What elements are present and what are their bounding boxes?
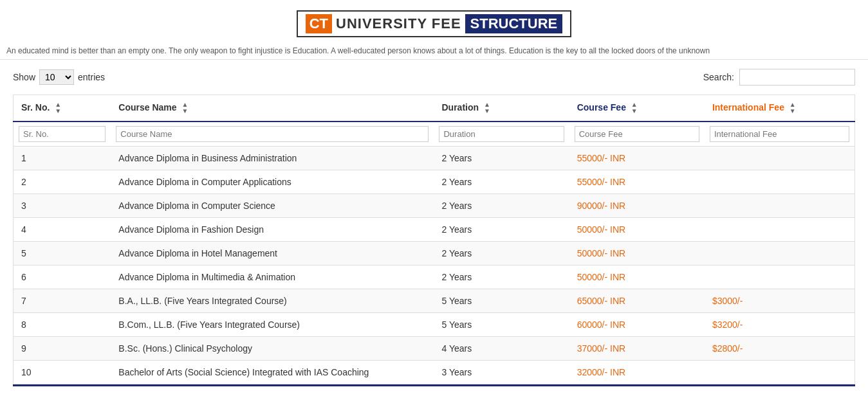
cell-intl xyxy=(705,361,855,384)
cell-fee: 37000/- INR xyxy=(569,337,705,361)
table-row: 10Bachelor of Arts (Social Science) Inte… xyxy=(14,361,855,384)
show-entries-control: Show 10 25 50 100 entries xyxy=(13,69,105,85)
bottom-border xyxy=(13,384,855,386)
table-controls: Show 10 25 50 100 entries Search: xyxy=(0,60,868,94)
cell-duration: 2 Years xyxy=(434,147,569,170)
cell-course: Bachelor of Arts (Social Science) Integr… xyxy=(111,361,434,384)
cell-srno: 5 xyxy=(14,242,111,266)
cell-fee: 55000/- INR xyxy=(569,147,705,170)
cell-intl xyxy=(705,147,855,170)
university-title: CT UNIVERSITY FEE STRUCTURE xyxy=(297,10,572,37)
sort-arrows-course: ▲▼ xyxy=(181,102,188,114)
table-header-row: Sr. No. ▲▼ Course Name ▲▼ Duration ▲▼ Co… xyxy=(14,95,855,122)
cell-duration: 2 Years xyxy=(434,242,569,266)
entries-select[interactable]: 10 25 50 100 xyxy=(39,69,74,85)
table-row: 8B.Com., LL.B. (Five Years Integrated Co… xyxy=(14,313,855,337)
cell-duration: 2 Years xyxy=(434,194,569,218)
cell-srno: 7 xyxy=(14,289,111,313)
cell-intl: $3000/- xyxy=(705,289,855,313)
cell-fee: 55000/- INR xyxy=(569,170,705,194)
cell-srno: 2 xyxy=(14,170,111,194)
filter-cell-srno xyxy=(14,122,111,147)
cell-course: B.A., LL.B. (Five Years Integrated Cours… xyxy=(111,289,434,313)
cell-duration: 4 Years xyxy=(434,337,569,361)
title-part1: UNIVERSITY FEE xyxy=(336,15,461,32)
table-row: 7B.A., LL.B. (Five Years Integrated Cour… xyxy=(14,289,855,313)
cell-intl xyxy=(705,194,855,218)
cell-srno: 9 xyxy=(14,337,111,361)
search-input[interactable] xyxy=(739,69,855,86)
cell-srno: 4 xyxy=(14,218,111,242)
cell-srno: 1 xyxy=(14,147,111,170)
cell-duration: 5 Years xyxy=(434,313,569,337)
cell-intl xyxy=(705,266,855,289)
filter-srno[interactable] xyxy=(19,126,106,142)
filter-cell-intl xyxy=(705,122,855,147)
cell-intl xyxy=(705,242,855,266)
sort-arrows-intl: ▲▼ xyxy=(790,102,796,114)
cell-fee: 32000/- INR xyxy=(569,361,705,384)
table-row: 1Advance Diploma in Business Administrat… xyxy=(14,147,855,170)
filter-cell-duration xyxy=(434,122,569,147)
cell-course: Advance Diploma in Computer Science xyxy=(111,194,434,218)
cell-fee: 50000/- INR xyxy=(569,266,705,289)
table-wrapper: Sr. No. ▲▼ Course Name ▲▼ Duration ▲▼ Co… xyxy=(0,94,868,399)
cell-course: B.Sc. (Hons.) Clinical Psychology xyxy=(111,337,434,361)
cell-duration: 5 Years xyxy=(434,289,569,313)
filter-fee[interactable] xyxy=(575,126,699,142)
cell-duration: 2 Years xyxy=(434,218,569,242)
cell-fee: 50000/- INR xyxy=(569,242,705,266)
search-control: Search: xyxy=(703,69,855,86)
table-row: 6Advance Diploma in Multimedia & Animati… xyxy=(14,266,855,289)
cell-fee: 65000/- INR xyxy=(569,289,705,313)
table-row: 3Advance Diploma in Computer Science2 Ye… xyxy=(14,194,855,218)
filter-intl[interactable] xyxy=(710,126,849,142)
cell-duration: 3 Years xyxy=(434,361,569,384)
table-row: 4Advance Diploma in Fashion Design2 Year… xyxy=(14,218,855,242)
fee-table: Sr. No. ▲▼ Course Name ▲▼ Duration ▲▼ Co… xyxy=(13,94,855,384)
sort-arrows-fee: ▲▼ xyxy=(631,102,638,114)
cell-fee: 90000/- INR xyxy=(569,194,705,218)
col-header-course[interactable]: Course Name ▲▼ xyxy=(111,95,434,122)
cell-srno: 10 xyxy=(14,361,111,384)
cell-intl: $3200/- xyxy=(705,313,855,337)
cell-intl xyxy=(705,218,855,242)
cell-course: Advance Diploma in Hotel Management xyxy=(111,242,434,266)
cell-duration: 2 Years xyxy=(434,266,569,289)
ct-label: CT xyxy=(306,14,332,33)
show-label: Show xyxy=(13,72,35,82)
cell-course: Advance Diploma in Fashion Design xyxy=(111,218,434,242)
cell-fee: 60000/- INR xyxy=(569,313,705,337)
sort-arrows-srno: ▲▼ xyxy=(55,102,61,114)
search-label: Search: xyxy=(703,72,734,82)
cell-srno: 3 xyxy=(14,194,111,218)
cell-srno: 6 xyxy=(14,266,111,289)
cell-intl: $2800/- xyxy=(705,337,855,361)
table-row: 9B.Sc. (Hons.) Clinical Psychology4 Year… xyxy=(14,337,855,361)
cell-duration: 2 Years xyxy=(434,170,569,194)
tagline: An educated mind is better than an empty… xyxy=(0,42,868,60)
cell-srno: 8 xyxy=(14,313,111,337)
cell-fee: 50000/- INR xyxy=(569,218,705,242)
filter-cell-course xyxy=(111,122,434,147)
sort-arrows-duration: ▲▼ xyxy=(484,102,490,114)
cell-course: Advance Diploma in Computer Applications xyxy=(111,170,434,194)
filter-row xyxy=(14,122,855,147)
table-row: 2Advance Diploma in Computer Application… xyxy=(14,170,855,194)
filter-course[interactable] xyxy=(116,126,429,142)
table-body: 1Advance Diploma in Business Administrat… xyxy=(14,147,855,384)
cell-course: Advance Diploma in Multimedia & Animatio… xyxy=(111,266,434,289)
cell-course: Advance Diploma in Business Administrati… xyxy=(111,147,434,170)
cell-intl xyxy=(705,170,855,194)
filter-duration[interactable] xyxy=(439,126,564,142)
col-header-fee[interactable]: Course Fee ▲▼ xyxy=(569,95,705,122)
entries-label: entries xyxy=(78,72,105,82)
col-header-intl[interactable]: International Fee ▲▼ xyxy=(705,95,855,122)
col-header-duration[interactable]: Duration ▲▼ xyxy=(434,95,569,122)
col-header-srno[interactable]: Sr. No. ▲▼ xyxy=(14,95,111,122)
page-header: CT UNIVERSITY FEE STRUCTURE xyxy=(0,0,868,42)
filter-cell-fee xyxy=(569,122,705,147)
table-row: 5Advance Diploma in Hotel Management2 Ye… xyxy=(14,242,855,266)
cell-course: B.Com., LL.B. (Five Years Integrated Cou… xyxy=(111,313,434,337)
title-part2: STRUCTURE xyxy=(465,14,563,33)
